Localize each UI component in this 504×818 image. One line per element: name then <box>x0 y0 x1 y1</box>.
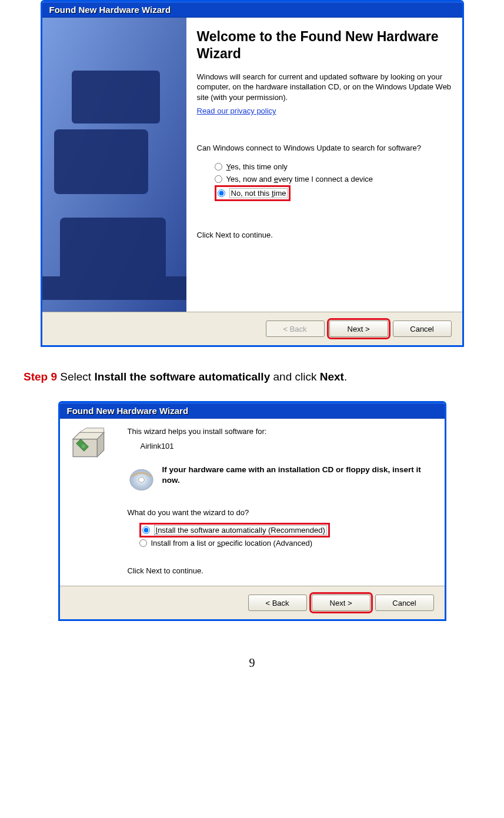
step-label: Step 9 <box>24 370 57 383</box>
radio-label: Install from a list or specific location… <box>151 539 313 547</box>
wizard-heading: Welcome to the Found New Hardware Wizard <box>197 28 452 62</box>
svg-rect-3 <box>72 71 160 123</box>
wizard-question-2: What do you want the wizard to do? <box>128 508 435 517</box>
page-number: 9 <box>12 656 492 670</box>
radio-option-yes-once[interactable]: Yes, this time only <box>215 161 452 173</box>
dialog-titlebar[interactable]: Found New Hardware Wizard <box>42 2 462 18</box>
radio-option-yes-always[interactable]: Yes, now and every time I connect a devi… <box>215 173 452 185</box>
next-button[interactable]: Next > <box>312 595 371 611</box>
wizard-question: Can Windows connect to Windows Update to… <box>197 143 452 152</box>
wizard-info-text: This wizard helps you install software f… <box>128 427 435 436</box>
svg-point-5 <box>64 242 85 263</box>
wizard-header-icon-area <box>60 419 116 586</box>
radio-group-install: Install the software automatically (Reco… <box>139 523 435 549</box>
radio-option-specific-location[interactable]: Install from a list or specific location… <box>139 537 435 549</box>
wizard-dialog-2: Found New Hardware Wizard This wizard he… <box>58 401 446 621</box>
radio-input[interactable] <box>142 526 150 534</box>
svg-point-6 <box>138 242 159 263</box>
dialog-titlebar[interactable]: Found New Hardware Wizard <box>60 403 445 419</box>
radio-label: No, not this time <box>229 188 288 198</box>
next-button[interactable]: Next > <box>329 320 388 337</box>
radio-input[interactable] <box>218 189 225 197</box>
insert-cd-text: If your hardware came with an installati… <box>162 465 435 485</box>
dialog-title: Found New Hardware Wizard <box>49 5 171 15</box>
radio-input[interactable] <box>215 175 222 183</box>
dialog-button-row: < Back Next > Cancel <box>60 586 445 619</box>
radio-input[interactable] <box>139 539 147 547</box>
wizard-intro-text: Windows will search for current and upda… <box>197 72 452 103</box>
cancel-button[interactable]: Cancel <box>393 320 452 337</box>
svg-rect-7 <box>42 276 186 300</box>
continue-text: Click Next to continue. <box>197 231 452 239</box>
dialog-button-row: < Back Next > Cancel <box>42 312 462 345</box>
radio-label: Yes, this time only <box>226 162 288 171</box>
radio-label: Install the software automatically (Reco… <box>154 525 327 535</box>
svg-marker-11 <box>79 428 104 433</box>
radio-group-update: Yes, this time only Yes, now and every t… <box>215 161 452 201</box>
step-9-instruction: Step 9 Select Install the software autom… <box>24 370 480 383</box>
wizard-dialog-1: Found New Hardware Wizard <box>41 0 464 347</box>
continue-text: Click Next to continue. <box>128 566 435 575</box>
back-button[interactable]: < Back <box>248 595 307 611</box>
svg-rect-12 <box>82 445 85 448</box>
radio-option-auto-install[interactable]: Install the software automatically (Reco… <box>139 523 330 537</box>
svg-rect-2 <box>54 129 148 194</box>
cancel-button[interactable]: Cancel <box>375 595 434 611</box>
hardware-box-icon <box>68 427 106 462</box>
privacy-policy-link[interactable]: Read our privacy policy <box>197 106 276 115</box>
radio-option-no[interactable]: No, not this time <box>215 185 291 201</box>
radio-input[interactable] <box>215 163 222 171</box>
cd-icon <box>128 465 155 493</box>
device-name: Airlink101 <box>141 442 435 450</box>
radio-label: Yes, now and every time I connect a devi… <box>226 175 373 183</box>
back-button: < Back <box>266 320 325 337</box>
wizard-side-graphic <box>42 18 186 312</box>
svg-point-15 <box>138 478 144 483</box>
dialog-title: Found New Hardware Wizard <box>67 406 189 416</box>
